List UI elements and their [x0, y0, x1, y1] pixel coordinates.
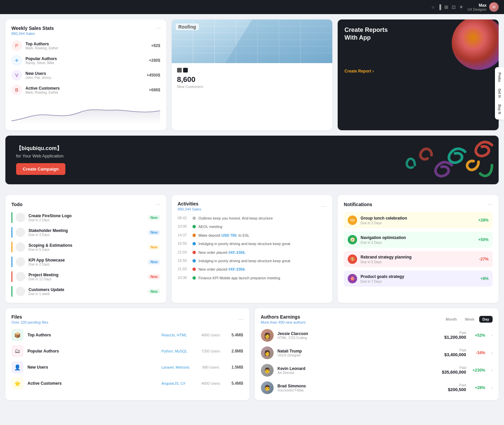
tab-week[interactable]: Week	[461, 316, 478, 323]
authors-earnings-card: Authors Earnings More than 400 new autho…	[255, 308, 499, 400]
activity-link[interactable]: USD 700.	[221, 233, 237, 237]
search-icon[interactable]: ○	[432, 4, 434, 10]
notif-icon: 🍽	[348, 216, 357, 225]
files-menu[interactable]: ⋯	[238, 316, 243, 323]
file-item: ⭐ Active Customers AngularJS, C# 4600 Us…	[11, 377, 243, 389]
todo-avatar	[16, 213, 25, 222]
brightness-icon[interactable]: ☀	[459, 4, 463, 10]
notif-value: -27%	[479, 257, 489, 262]
apps-icon[interactable]: ⊞	[444, 4, 448, 10]
notif-icon: 🎯	[348, 274, 357, 283]
files-title: Files	[11, 314, 48, 320]
chevron-right-icon[interactable]: ›	[491, 385, 493, 390]
todo-avatar	[16, 257, 25, 267]
grid-icon[interactable]: ⊡	[452, 4, 456, 10]
weekly-sales-title: Weekly Sales Stats	[11, 26, 160, 31]
activity-item: 16:50 Indulging in poorly driving and ke…	[178, 258, 327, 264]
tab-day[interactable]: Day	[479, 316, 493, 323]
battery-icon: ▐	[438, 4, 441, 10]
activity-link[interactable]: #XF-2356.	[228, 267, 245, 271]
tab-month[interactable]: Month	[442, 316, 460, 323]
notif-value: +28%	[478, 218, 489, 223]
todo-avatar	[16, 287, 25, 296]
file-item: 🗂 Popular Authors Python, MySQL 7200 Use…	[11, 345, 243, 357]
chevron-right-icon[interactable]: ›	[491, 350, 493, 355]
author-change: +28%	[470, 385, 485, 390]
stat-active-customers: B Active Customers Mark, Rowling, Esther…	[11, 85, 160, 95]
popular-authors-info: Popular Authors Randy, Steve, Mike	[25, 56, 146, 65]
weekly-sales-subtitle: 890,344 Sales	[11, 32, 160, 36]
roofing-image: Roofing	[172, 19, 333, 63]
activity-link[interactable]: #XF-2356.	[228, 250, 245, 254]
activities-subtitle: 890,344 Sales	[178, 207, 201, 211]
todo-item: Project Meeting Due in 12 Days New	[11, 271, 160, 282]
weekly-sales-menu[interactable]: ⋯	[156, 25, 161, 31]
chevron-right-icon[interactable]: ›	[491, 368, 493, 373]
activities-menu[interactable]: ⋯	[321, 203, 326, 209]
todo-avatar	[16, 242, 25, 252]
row4: Files Over 100 pending files ⋯ 📦 Top Aut…	[0, 308, 504, 406]
todo-menu[interactable]: ⋯	[155, 201, 160, 207]
activity-item: 10:00 AEOL meeting	[178, 224, 327, 229]
weekly-sales-card: Weekly Sales Stats 890,344 Sales ⋯ P Top…	[5, 19, 166, 130]
side-tab-geth[interactable]: Get H	[496, 86, 503, 100]
file-icon: 🗂	[11, 345, 23, 357]
campaign-sub: for Your Web Application	[16, 153, 65, 158]
author-item: 👩 Natali Trump UI/UX Designer Paid $3,40…	[261, 346, 493, 359]
todo-item: KPI App Showcase Due in 2 Days New	[11, 256, 160, 267]
activity-item: 21:03 New order placed #XF-2356.	[178, 250, 327, 255]
todo-badge: New	[148, 245, 160, 250]
ae-header: Authors Earnings More than 400 new autho…	[261, 314, 493, 324]
stat-popular-authors: ✈ Popular Authors Randy, Steve, Mike +28…	[11, 55, 160, 66]
notif-item: 🍽 Group lunch celebration Due in 2 Days …	[344, 212, 493, 228]
activities-title: Activities	[178, 201, 201, 206]
user-name: Max	[467, 3, 487, 8]
stat-list: P Top Authors Mark, Rowling, Esther +82$…	[11, 40, 160, 95]
activity-item: 21:03 New order placed #XF-2356.	[178, 267, 327, 272]
notif-item: 🎨 Rebrand strategy planning Due in 5 Day…	[344, 251, 493, 267]
arrow-right-icon: ›	[373, 69, 374, 74]
author-avatar: 👩	[261, 329, 274, 342]
todo-badge: New	[148, 274, 160, 279]
notif-list: 🍽 Group lunch celebration Due in 2 Days …	[344, 212, 493, 287]
notif-item: 🎯 Product goals strategy Due in 7 Days +…	[344, 271, 493, 287]
todo-list: Create FireStone Logo Due in 2 Days New …	[11, 212, 160, 297]
activity-item: 10:30 Finance KPI Mobile app launch prep…	[178, 276, 327, 281]
todo-badge: New	[148, 259, 160, 265]
notifications-title: Notifications	[344, 202, 372, 207]
side-tab-prebu[interactable]: Prebu	[496, 70, 503, 85]
file-icon: 👤	[11, 361, 23, 373]
top-authors-icon: P	[11, 40, 22, 51]
todo-item: Create FireStone Logo Due in 2 Days New	[11, 212, 160, 223]
stat-top-authors: P Top Authors Mark, Rowling, Esther +82$	[11, 40, 160, 51]
notif-value: +8%	[481, 276, 489, 281]
file-icon: 📦	[11, 329, 23, 341]
topbar-icons: ○ ▐ ⊞ ⊡ ☀	[432, 4, 463, 10]
dot-icon	[192, 276, 196, 280]
create-report-link[interactable]: Create Report ›	[344, 69, 492, 74]
sales-chart	[11, 101, 160, 124]
side-tab-buyn[interactable]: Buy N	[496, 102, 503, 117]
notifications-menu[interactable]: ⋯	[487, 201, 493, 207]
todo-card: Todo ⋯ Create FireStone Logo Due in 2 Da…	[5, 195, 166, 303]
notif-value: +50%	[478, 237, 489, 242]
files-list: 📦 Top Authors ReactJs, HTML 4600 Users 5…	[11, 329, 243, 389]
notifications-card: Notifications ⋯ 🍽 Group lunch celebratio…	[338, 195, 499, 303]
nc-icons	[177, 68, 327, 73]
popular-authors-icon: ✈	[11, 55, 22, 66]
files-card: Files Over 100 pending files ⋯ 📦 Top Aut…	[5, 308, 249, 400]
top-authors-info: Top Authors Mark, Rowling, Esther	[25, 42, 148, 50]
author-change: -34%	[470, 350, 485, 355]
files-subtitle: Over 100 pending files	[11, 320, 48, 324]
notif-icon: 🧭	[348, 235, 357, 244]
todo-item: Stakeholder Meeting Due in 3 Days New	[11, 227, 160, 238]
active-customers-icon: B	[11, 85, 22, 95]
todo-item: Scoping & Estimations Due in 5 Days New	[11, 242, 160, 252]
active-customers-info: Active Customers Mark, Rowling, Esther	[25, 86, 146, 94]
campaign-decoration	[252, 136, 499, 184]
todo-avatar	[16, 272, 25, 281]
notif-item: 🧭 Navigation optimization Due in 2 Days …	[344, 232, 493, 248]
create-campaign-button[interactable]: Create Campaign	[16, 163, 65, 175]
chevron-right-icon[interactable]: ›	[491, 333, 493, 338]
dot-icon	[192, 268, 196, 271]
